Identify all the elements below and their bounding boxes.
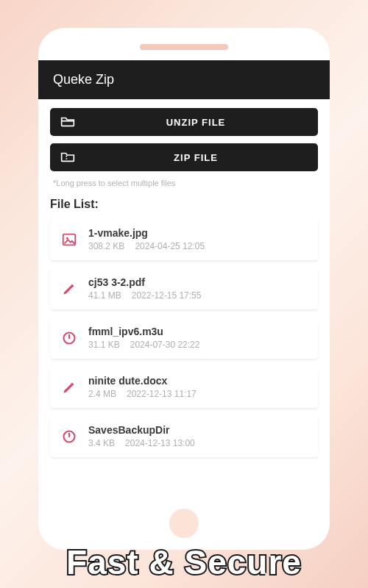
file-item[interactable]: 1-vmake.jpg308.2 KB2024-04-25 12:05 bbox=[50, 218, 318, 260]
unzip-label: UNZIP FILE bbox=[84, 117, 308, 128]
file-date: 2022-12-13 11:17 bbox=[127, 389, 197, 399]
power-icon bbox=[60, 428, 78, 445]
app-title: Queke Zip bbox=[53, 72, 114, 87]
zip-button[interactable]: ZIP FILE bbox=[50, 143, 318, 171]
file-subline: 41.1 MB2022-12-15 17:55 bbox=[88, 290, 308, 301]
file-item[interactable]: ninite dute.docx2.4 MB2022-12-13 11:17 bbox=[50, 366, 318, 408]
file-meta: fmml_ipv6.m3u31.1 KB2024-07-30 22:22 bbox=[88, 326, 308, 350]
file-date: 2024-07-30 22:22 bbox=[130, 340, 200, 350]
file-item[interactable]: SavesBackupDir3.4 KB2024-12-13 13:00 bbox=[50, 415, 318, 457]
file-date: 2024-04-25 12:05 bbox=[135, 241, 205, 251]
file-size: 41.1 MB bbox=[88, 290, 121, 301]
file-subline: 308.2 KB2024-04-25 12:05 bbox=[88, 241, 308, 251]
content-area: UNZIP FILE ZIP FILE *Long press to selec… bbox=[38, 99, 330, 550]
zip-folder-icon bbox=[60, 151, 75, 163]
phone-frame: Queke Zip UNZIP FILE ZIP FILE *Long pres… bbox=[38, 28, 330, 550]
file-size: 2.4 MB bbox=[88, 389, 116, 399]
image-icon bbox=[60, 231, 78, 248]
file-meta: SavesBackupDir3.4 KB2024-12-13 13:00 bbox=[88, 424, 308, 448]
unzip-button[interactable]: UNZIP FILE bbox=[50, 108, 318, 136]
file-name: ninite dute.docx bbox=[88, 375, 308, 387]
hint-text: *Long press to select multiple files bbox=[53, 179, 318, 187]
file-name: SavesBackupDir bbox=[88, 424, 308, 436]
file-name: cj53 3-2.pdf bbox=[88, 276, 308, 288]
file-name: fmml_ipv6.m3u bbox=[88, 326, 308, 337]
file-size: 308.2 KB bbox=[88, 241, 124, 251]
file-meta: cj53 3-2.pdf41.1 MB2022-12-15 17:55 bbox=[88, 276, 308, 301]
power-icon bbox=[60, 329, 78, 347]
file-meta: 1-vmake.jpg308.2 KB2024-04-25 12:05 bbox=[88, 227, 308, 251]
file-date: 2022-12-15 17:55 bbox=[132, 290, 202, 301]
home-button[interactable] bbox=[169, 509, 199, 538]
folder-open-icon bbox=[60, 116, 75, 128]
file-size: 31.1 KB bbox=[88, 340, 120, 350]
file-item[interactable]: cj53 3-2.pdf41.1 MB2022-12-15 17:55 bbox=[50, 268, 318, 309]
tagline-text: Fast & Secure bbox=[0, 545, 368, 579]
pencil-icon bbox=[60, 379, 78, 396]
file-name: 1-vmake.jpg bbox=[88, 227, 308, 239]
phone-speaker bbox=[140, 44, 228, 50]
app-titlebar: Queke Zip bbox=[38, 60, 330, 99]
pencil-icon bbox=[60, 280, 78, 298]
file-item[interactable]: fmml_ipv6.m3u31.1 KB2024-07-30 22:22 bbox=[50, 317, 318, 359]
file-subline: 2.4 MB2022-12-13 11:17 bbox=[88, 389, 308, 399]
file-date: 2024-12-13 13:00 bbox=[125, 438, 195, 448]
zip-label: ZIP FILE bbox=[84, 152, 308, 163]
file-list-title: File List: bbox=[50, 198, 318, 211]
file-size: 3.4 KB bbox=[88, 438, 115, 448]
file-subline: 31.1 KB2024-07-30 22:22 bbox=[88, 340, 308, 350]
file-subline: 3.4 KB2024-12-13 13:00 bbox=[88, 438, 308, 448]
file-list: 1-vmake.jpg308.2 KB2024-04-25 12:05cj53 … bbox=[50, 218, 318, 457]
file-meta: ninite dute.docx2.4 MB2022-12-13 11:17 bbox=[88, 375, 308, 399]
